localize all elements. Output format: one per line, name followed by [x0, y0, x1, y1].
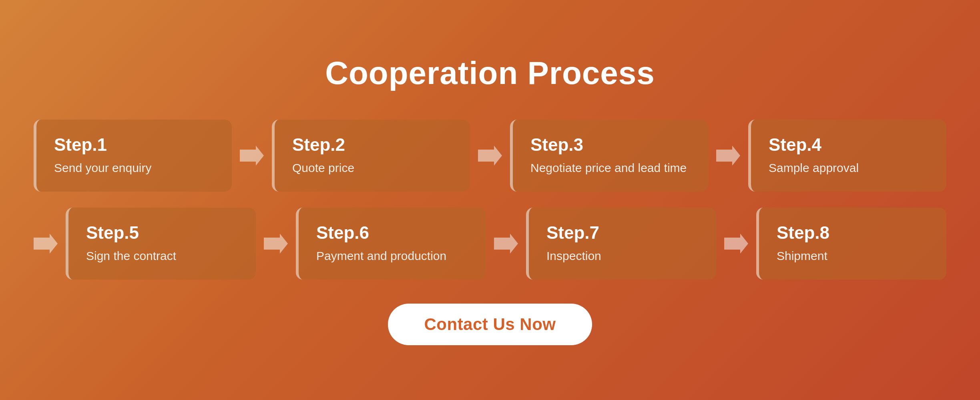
step-card-2: Step.2 Quote price — [272, 120, 470, 192]
step-6-description: Payment and production — [316, 248, 468, 264]
step-8-description: Shipment — [777, 248, 929, 264]
page-title: Cooperation Process — [325, 55, 655, 92]
step-1-description: Send your enquiry — [54, 160, 214, 176]
step-2-description: Quote price — [292, 160, 452, 176]
svg-marker-1 — [478, 146, 502, 166]
arrow-6-7 — [494, 232, 518, 256]
step-7-number: Step.7 — [546, 223, 699, 243]
step-3-number: Step.3 — [530, 135, 691, 155]
arrow-2-3 — [478, 144, 502, 168]
arrow-3-4 — [716, 144, 740, 168]
step-4-description: Sample approval — [769, 160, 929, 176]
step-6-number: Step.6 — [316, 223, 468, 243]
step-card-4: Step.4 Sample approval — [748, 120, 946, 192]
arrow-7-8 — [724, 232, 748, 256]
step-2-number: Step.2 — [292, 135, 452, 155]
step-card-8: Step.8 Shipment — [756, 208, 946, 280]
step-4-number: Step.4 — [769, 135, 929, 155]
step-card-1: Step.1 Send your enquiry — [34, 120, 232, 192]
arrow-5-6 — [264, 232, 288, 256]
step-5-description: Sign the contract — [86, 248, 238, 264]
svg-marker-5 — [494, 234, 518, 254]
step-1-number: Step.1 — [54, 135, 214, 155]
contact-us-button[interactable]: Contact Us Now — [388, 304, 592, 345]
step-8-number: Step.8 — [777, 223, 929, 243]
steps-container: Step.1 Send your enquiry Step.2 Quote pr… — [34, 120, 946, 280]
svg-marker-6 — [724, 234, 748, 254]
step-5-number: Step.5 — [86, 223, 238, 243]
step-card-6: Step.6 Payment and production — [296, 208, 486, 280]
svg-marker-2 — [716, 146, 740, 166]
step-3-description: Negotiate price and lead time — [530, 160, 691, 176]
step-card-7: Step.7 Inspection — [526, 208, 716, 280]
arrow-1-2 — [240, 144, 264, 168]
arrow-row2-start — [34, 232, 58, 256]
step-7-description: Inspection — [546, 248, 699, 264]
steps-row-2: Step.5 Sign the contract Step.6 Payment … — [34, 208, 946, 280]
svg-marker-0 — [240, 146, 264, 166]
step-card-3: Step.3 Negotiate price and lead time — [510, 120, 708, 192]
steps-row-1: Step.1 Send your enquiry Step.2 Quote pr… — [34, 120, 946, 192]
step-card-5: Step.5 Sign the contract — [66, 208, 256, 280]
svg-marker-4 — [264, 234, 288, 254]
svg-marker-3 — [34, 234, 58, 254]
page-wrapper: Cooperation Process Step.1 Send your enq… — [0, 0, 980, 400]
